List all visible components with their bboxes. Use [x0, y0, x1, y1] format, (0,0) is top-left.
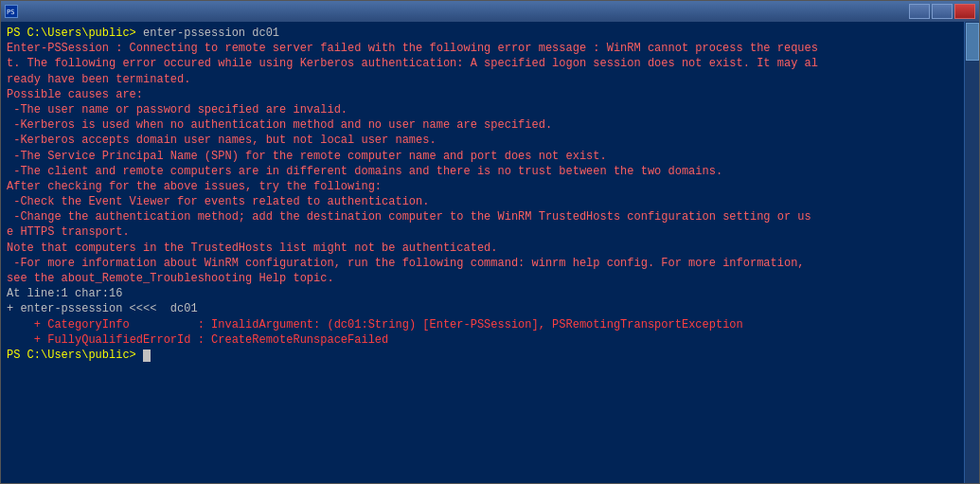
- terminal-line: -The Service Principal Name (SPN) for th…: [7, 149, 956, 164]
- terminal-content: PS C:\Users\public> enter-pssession dc01…: [7, 26, 973, 363]
- terminal-line: ready have been terminated.: [7, 72, 956, 87]
- scrollbar-thumb[interactable]: [966, 23, 979, 61]
- terminal-line: + enter-pssession <<<< dc01: [7, 301, 956, 316]
- powershell-window: PS PS C:\Users\public> enter-pssession d…: [0, 0, 980, 484]
- terminal-line: t. The following error occured while usi…: [7, 56, 956, 71]
- terminal-line: -Kerberos accepts domain user names, but…: [7, 133, 956, 148]
- svg-text:PS: PS: [7, 9, 14, 16]
- terminal-line: After checking for the above issues, try…: [7, 179, 956, 194]
- terminal-line: e HTTPS transport.: [7, 224, 956, 240]
- terminal-line: + CategoryInfo : InvalidArgument: (dc01:…: [7, 317, 956, 332]
- terminal-line: Note that computers in the TrustedHosts …: [7, 241, 956, 256]
- terminal-line: -Kerberos is used when no authentication…: [7, 117, 956, 133]
- terminal-line: -Change the authentication method; add t…: [7, 209, 956, 224]
- terminal-line: -Check the Event Viewer for events relat…: [7, 194, 956, 209]
- terminal-line: Possible causes are:: [7, 87, 956, 102]
- scrollbar[interactable]: [964, 22, 979, 483]
- terminal-line: -The user name or password specified are…: [7, 102, 956, 117]
- terminal-line: PS C:\Users\public>: [7, 348, 956, 363]
- terminal-line: Enter-PSSession : Connecting to remote s…: [7, 41, 956, 56]
- terminal-line: At line:1 char:16: [7, 286, 956, 301]
- title-bar-left: PS: [5, 5, 22, 18]
- close-button[interactable]: [954, 4, 975, 19]
- minimize-button[interactable]: [909, 4, 930, 19]
- terminal-line: -For more information about WinRM config…: [7, 256, 956, 271]
- window-controls: [909, 4, 975, 19]
- terminal-area[interactable]: PS C:\Users\public> enter-pssession dc01…: [1, 22, 979, 483]
- terminal-line: -The client and remote computers are in …: [7, 164, 956, 179]
- powershell-icon: PS: [5, 5, 18, 18]
- title-bar: PS: [1, 1, 979, 22]
- terminal-line: + FullyQualifiedErrorId : CreateRemoteRu…: [7, 332, 956, 348]
- terminal-line: see the about_Remote_Troubleshooting Hel…: [7, 271, 956, 286]
- terminal-line: PS C:\Users\public> enter-pssession dc01: [7, 26, 956, 41]
- maximize-button[interactable]: [932, 4, 953, 19]
